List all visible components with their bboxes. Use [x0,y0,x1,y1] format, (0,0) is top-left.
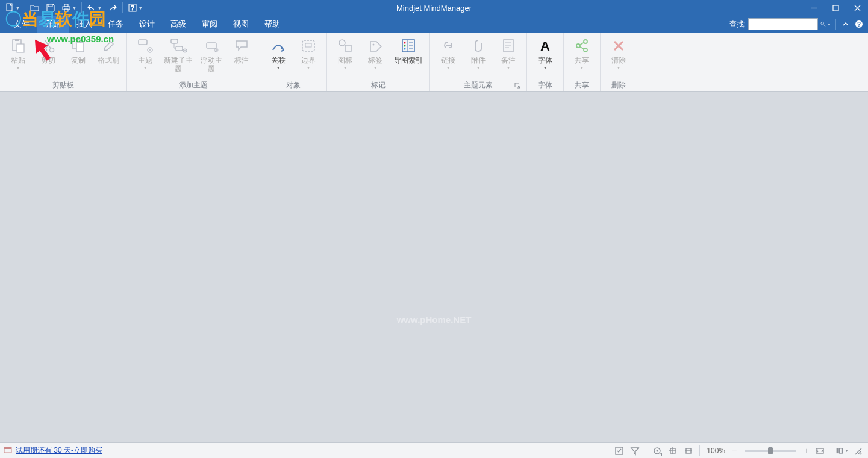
search-input[interactable] [748,18,818,30]
zoom-out-button[interactable]: − [730,446,738,456]
zoom-slider[interactable] [745,450,796,452]
callout-label: 标注 [234,56,249,64]
sb-expand-button[interactable] [666,444,679,457]
group-label-share: 共享 [567,79,596,91]
copy-button[interactable]: 复制 [64,35,93,79]
app-title: Mindjet MindManager [396,4,472,13]
ribbon-group-object: 关联 ▼ 边界 ▼ 对象 [260,33,327,91]
notes-button[interactable]: 备注 ▼ [494,35,523,79]
sb-tasks-button[interactable] [613,444,626,457]
relation-icon [269,37,288,54]
icons-button[interactable]: 图标 ▼ [331,35,360,79]
menu-design[interactable]: 设计 [131,16,163,33]
link-button[interactable]: 链接 ▼ [434,35,463,79]
trial-icon [4,445,12,456]
svg-point-17 [43,48,47,52]
maximize-button[interactable] [825,0,846,16]
format-painter-button[interactable]: 格式刷 [94,35,123,79]
copy-label: 复制 [71,56,86,64]
zoom-percent[interactable]: 100% [704,447,728,455]
svg-rect-37 [305,43,311,47]
qat-open[interactable] [28,0,42,16]
sb-collapse-button[interactable] [682,444,695,457]
svg-text:▼: ▼ [660,452,662,456]
menu-view[interactable]: 视图 [225,16,257,33]
topic-button[interactable]: 主题 ▼ [131,35,160,79]
svg-line-77 [860,453,861,454]
menu-insert[interactable]: 插入 [69,16,100,33]
svg-point-40 [373,44,375,46]
icons-icon [336,37,355,54]
svg-line-58 [580,47,584,49]
qat-save[interactable] [43,0,58,16]
ribbon-group-delete: 清除 ▼ 删除 [601,33,637,91]
svg-point-45 [404,48,406,50]
mapindex-icon [399,37,418,54]
svg-point-65 [657,450,658,451]
clear-icon [609,37,628,54]
callout-button[interactable]: 标注 [227,35,256,79]
font-icon: A [535,37,555,54]
zoom-in-button[interactable]: + [802,446,811,456]
qat-help[interactable]: ?▼ [125,0,145,16]
ribbon-group-font: A 字体 ▼ 字体 [527,33,564,91]
cut-button[interactable]: 剪切 [34,35,63,79]
menu-file[interactable]: 文件 [6,16,37,33]
relationship-label: 关联 [271,56,286,64]
link-icon [439,37,458,54]
minimize-button[interactable] [803,0,825,16]
svg-rect-36 [302,40,314,51]
share-button[interactable]: 共享 ▼ [567,35,596,79]
menu-task[interactable]: 任务 [100,16,131,33]
tags-button[interactable]: 标签 ▼ [361,35,390,79]
ribbon: 粘贴 ▼ 剪切 复制 格式刷 剪贴板 主题 ▼ [0,33,868,92]
sb-resize-grip[interactable] [851,444,864,457]
sb-zoom-target-button[interactable]: ▼ [651,444,664,457]
map-index-button[interactable]: 导图索引 [391,35,426,79]
svg-text:?: ? [857,21,861,28]
floating-topic-button[interactable]: 浮动主题 [197,35,226,79]
subtopic-button[interactable]: 新建子主题 [161,35,196,79]
tag-icon [366,37,385,54]
copy-icon [69,37,88,54]
font-button[interactable]: A 字体 ▼ [531,35,560,79]
cut-label: 剪切 [41,56,55,64]
qat-new[interactable]: ▼ [2,0,22,16]
relationship-button[interactable]: 关联 ▼ [264,35,293,79]
svg-point-54 [576,44,580,48]
attachment-button[interactable]: 附件 ▼ [464,35,493,79]
collapse-ribbon-button[interactable] [840,18,851,30]
svg-line-57 [580,43,584,45]
group-label-object: 对象 [264,79,323,91]
svg-rect-15 [15,39,19,41]
qat-print[interactable]: ▼ [59,0,79,16]
boundary-button[interactable]: 边界 ▼ [294,35,323,79]
menu-home[interactable]: 开始 [37,16,69,33]
svg-point-18 [50,48,54,52]
qat-undo[interactable]: ▼ [84,0,104,16]
dialog-launcher[interactable] [514,83,522,90]
svg-point-55 [584,40,587,43]
share-icon [572,37,592,54]
canvas-area[interactable]: www.pHome.NET [0,92,868,442]
search-options-button[interactable]: ▼ [820,18,831,30]
ribbon-group-clipboard: 粘贴 ▼ 剪切 复制 格式刷 剪贴板 [0,33,127,91]
sb-fit-button[interactable] [813,444,826,457]
sb-filter-button[interactable] [628,444,642,457]
close-button[interactable] [846,0,868,16]
clear-button[interactable]: 清除 ▼ [604,35,633,79]
menu-review[interactable]: 审阅 [194,16,225,33]
help-button[interactable]: ? [854,18,864,30]
ribbon-group-share: 共享 ▼ 共享 [564,33,601,91]
boundary-icon [299,37,318,54]
link-label: 链接 [441,56,455,64]
svg-line-20 [45,40,51,48]
qat-redo[interactable] [105,0,120,16]
trial-link[interactable]: 试用期还有 30 天-立即购买 [16,445,102,456]
paste-button[interactable]: 粘贴 ▼ [4,35,33,79]
menu-help[interactable]: 帮助 [257,16,288,33]
menu-advanced[interactable]: 高级 [163,16,194,33]
sb-view-button[interactable]: ▼ [835,444,849,457]
ribbon-group-topic-elements: 链接 ▼ 附件 ▼ 备注 ▼ 主题元素 [430,33,527,91]
brush-icon [99,37,118,54]
